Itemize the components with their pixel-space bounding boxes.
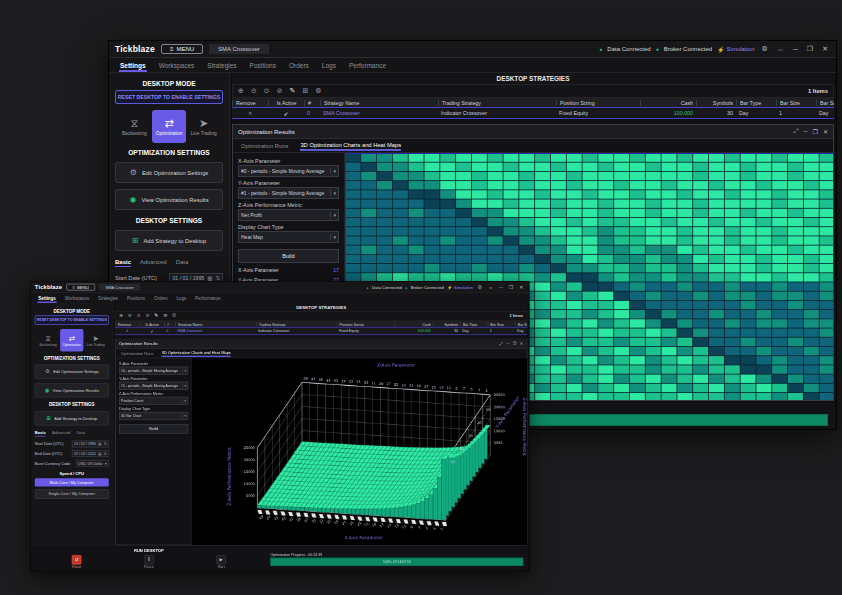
tab-settings[interactable]: Settings — [119, 60, 147, 72]
toolbar-remove-icon[interactable]: ⊝ — [128, 313, 132, 318]
calendar-icon[interactable]: ▦ — [98, 442, 102, 446]
strategy-row[interactable]: ✕ ✓ 0 SMA Crossover Indicator Crossover … — [232, 107, 834, 119]
mode-live-trading[interactable]: ➤Live Trading — [186, 110, 221, 143]
multi-core-button[interactable]: Multi-Core / My Computer — [35, 478, 109, 486]
toolbar-move-down-icon[interactable]: ⊘ — [146, 313, 150, 318]
tab-optimization-runs[interactable]: Optimization Runs — [241, 143, 288, 149]
toolbar-settings-icon[interactable]: ⚙ — [172, 313, 176, 318]
tab-optimization-runs[interactable]: Optimization Runs — [121, 351, 153, 355]
pause-button[interactable]: ⅡPause — [144, 555, 154, 569]
minimize-icon[interactable]: ─ — [498, 285, 504, 290]
y-axis-parameter-select[interactable]: #1 - periods - Simple Moving Average▾ — [119, 382, 188, 390]
restore-icon[interactable]: ❐ — [513, 341, 517, 346]
tab-settings[interactable]: Settings — [38, 295, 57, 303]
gear-icon[interactable]: ⚙ — [476, 284, 483, 289]
is-active-checkbox[interactable]: ✓ — [268, 110, 304, 117]
close-icon[interactable]: ✕ — [518, 284, 525, 289]
tab-3d-charts-heatmaps[interactable]: 3D Optimization Charts and Heat Maps — [162, 350, 231, 358]
tab-workspaces[interactable]: Workspaces — [158, 60, 196, 72]
maximize-icon[interactable]: ⤢ — [500, 341, 503, 346]
subtab-basic[interactable]: Basic — [35, 431, 46, 436]
toolbar-edit-icon[interactable]: ✎ — [154, 313, 158, 318]
toolbar-move-up-icon[interactable]: ⊙ — [137, 313, 141, 318]
front-window[interactable]: Tickblaze ≡MENU SMA Crossover ● Data Con… — [30, 281, 529, 571]
y-axis-parameter-select[interactable]: #1 - periods - Simple Moving Average▾ — [238, 187, 339, 199]
toolbar-move-down-icon[interactable]: ⊘ — [277, 87, 283, 95]
mode-backtesting[interactable]: ⧖Backtesting — [117, 110, 152, 143]
mode-optimization[interactable]: ⇄Optimization — [152, 110, 187, 143]
restore-icon[interactable]: ❐ — [805, 45, 815, 53]
toolbar-edit-icon[interactable]: ✎ — [290, 87, 296, 95]
simulation-badge[interactable]: ⚡Simulation — [447, 285, 473, 290]
tab-3d-charts-heatmaps[interactable]: 3D Optimization Charts and Heat Maps — [300, 140, 401, 151]
tab-performance[interactable]: Performance — [348, 60, 387, 72]
subtab-advanced[interactable]: Advanced — [52, 431, 70, 436]
close-icon[interactable]: ✕ — [823, 128, 828, 135]
toolbar-add-icon[interactable]: ⊕ — [119, 313, 123, 318]
close-icon[interactable]: ✕ — [520, 341, 523, 346]
subtab-advanced[interactable]: Advanced — [140, 259, 167, 267]
toolbar-remove-icon[interactable]: ⊝ — [251, 87, 257, 95]
build-button[interactable]: Build — [119, 424, 188, 434]
menu-button[interactable]: ≡MENU — [161, 44, 203, 54]
document-tab[interactable]: SMA Crossover — [99, 284, 140, 291]
subtab-data[interactable]: Data — [76, 431, 85, 436]
calendar-icon[interactable]: ▦ — [98, 452, 102, 456]
gear-icon[interactable]: ⚙ — [760, 45, 770, 53]
toolbar-duplicate-icon[interactable]: ⊞ — [163, 313, 167, 318]
mode-optimization[interactable]: ⇄Optimization — [60, 329, 84, 352]
build-button[interactable]: Build — [238, 249, 339, 263]
end-date-field[interactable]: 07 / 03 / 2021▦⇅ — [72, 450, 109, 457]
row-strategy-name[interactable]: SMA Crossover — [320, 110, 438, 116]
start-button[interactable]: ▶Start — [216, 555, 226, 569]
minimize-icon[interactable]: ─ — [803, 128, 807, 135]
toolbar-duplicate-icon[interactable]: ⊞ — [302, 87, 308, 95]
x-axis-parameter-select[interactable]: #0 - periods - Simple Moving Average▾ — [238, 165, 339, 177]
dock-icon[interactable]: ⇔ — [487, 285, 495, 290]
mode-backtesting[interactable]: ⧖Backtesting — [36, 329, 60, 352]
spinner-icon[interactable]: ⇅ — [104, 442, 107, 446]
start-date-field[interactable]: 01 / 01 / 1995▦⇅ — [72, 441, 109, 448]
display-chart-type-select[interactable]: 3D Bar Chart▾ — [119, 412, 188, 420]
tab-logs[interactable]: Logs — [321, 60, 337, 72]
spinner-icon[interactable]: ⇅ — [104, 452, 107, 456]
restore-icon[interactable]: ❐ — [507, 284, 514, 289]
currency-select[interactable]: USD, US Dollar▾ — [76, 460, 109, 467]
chart3d-canvas[interactable] — [192, 358, 526, 544]
is-active-checkbox[interactable]: ✓ — [140, 329, 165, 334]
tab-logs[interactable]: Logs — [176, 295, 187, 303]
restore-icon[interactable]: ❐ — [813, 128, 818, 135]
dock-icon[interactable]: ⇔ — [775, 46, 786, 53]
subtab-data[interactable]: Data — [176, 259, 189, 267]
menu-button[interactable]: ≡MENU — [66, 284, 95, 291]
minimize-icon[interactable]: ─ — [506, 341, 509, 346]
edit-optimization-settings-button[interactable]: ⚙Edit Optimization Settings — [35, 365, 109, 379]
tab-performance[interactable]: Performance — [194, 295, 221, 303]
tab-strategies[interactable]: Strategies — [206, 60, 237, 72]
tab-positions[interactable]: Positions — [126, 295, 145, 303]
strategy-row[interactable]: ✕ ✓ 0 SMA Crossover Indicator Crossover … — [115, 327, 527, 335]
x-axis-parameter-select[interactable]: #0 - periods - Simple Moving Average▾ — [119, 367, 188, 375]
simulation-badge[interactable]: ⚡Simulation — [717, 46, 755, 53]
tab-orders[interactable]: Orders — [288, 60, 310, 72]
toolbar-move-up-icon[interactable]: ⊙ — [264, 87, 270, 95]
edit-optimization-settings-button[interactable]: ⚙Edit Optimization Settings — [115, 162, 223, 183]
mode-live-trading[interactable]: ➤Live Trading — [84, 329, 108, 352]
remove-row-button[interactable]: ✕ — [115, 329, 140, 333]
toolbar-add-icon[interactable]: ⊕ — [238, 87, 244, 95]
reset-desktop-button[interactable]: RESET DESKTOP TO ENABLE SETTINGS — [35, 315, 109, 325]
view-optimization-results-button[interactable]: ◉View Optimization Results — [35, 383, 109, 397]
tab-strategies[interactable]: Strategies — [97, 295, 118, 303]
z-axis-metric-select[interactable]: Net Profit▾ — [238, 209, 339, 221]
toolbar-settings-icon[interactable]: ⚙ — [315, 87, 321, 95]
add-strategy-button[interactable]: ⊞Add Strategy to Desktop — [115, 230, 223, 251]
display-chart-type-select[interactable]: Heat Map▾ — [238, 231, 339, 243]
remove-row-button[interactable]: ✕ — [232, 110, 268, 116]
maximize-icon[interactable]: ⤢ — [794, 128, 799, 135]
z-axis-metric-select[interactable]: Position Count▾ — [119, 397, 188, 405]
add-strategy-button[interactable]: ⊞Add Strategy to Desktop — [35, 411, 109, 425]
tab-workspaces[interactable]: Workspaces — [64, 295, 90, 303]
reset-desktop-button[interactable]: RESET DESKTOP TO ENABLE SETTINGS — [115, 90, 223, 104]
row-strategy-name[interactable]: SMA Crossover — [175, 329, 256, 333]
tab-orders[interactable]: Orders — [153, 295, 168, 303]
